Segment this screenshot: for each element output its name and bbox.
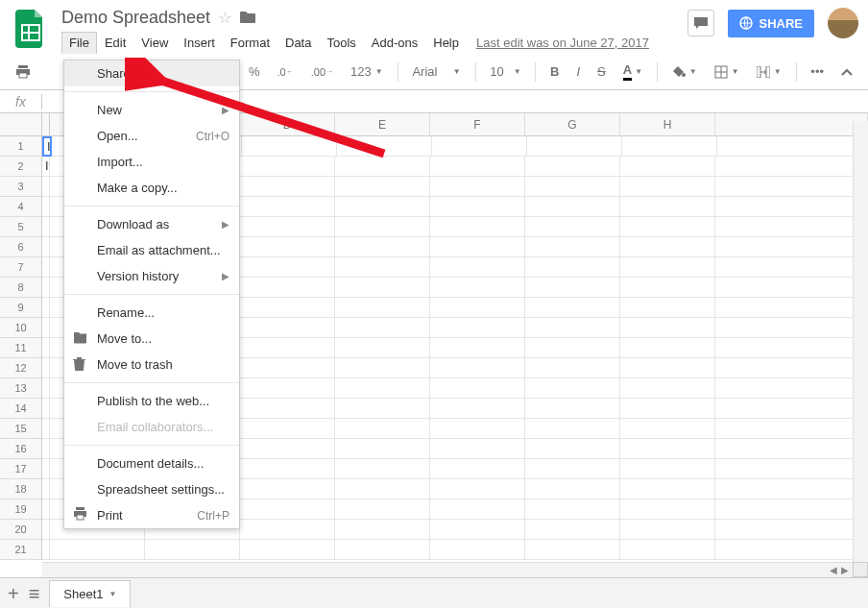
row-header[interactable]: 16 (0, 439, 42, 459)
cell[interactable] (50, 540, 145, 560)
row-header[interactable]: 17 (0, 459, 42, 479)
cell[interactable] (240, 197, 335, 217)
cell[interactable] (525, 237, 620, 257)
cell[interactable] (622, 136, 717, 157)
menu-make-copy[interactable]: Make a copy... (64, 175, 239, 201)
cell[interactable] (42, 338, 50, 358)
cell[interactable] (525, 358, 620, 378)
cell[interactable] (42, 499, 50, 520)
cell[interactable] (525, 157, 620, 177)
cell[interactable] (240, 378, 335, 399)
increase-decimal-button[interactable]: .00→ (305, 62, 339, 82)
merge-button[interactable]: ▼ (751, 62, 787, 82)
cell[interactable] (240, 278, 335, 298)
row-header[interactable]: 2 (0, 157, 42, 177)
cell[interactable] (715, 378, 868, 399)
col-header-f[interactable]: F (430, 113, 525, 135)
fill-color-button[interactable]: ▼ (666, 61, 703, 83)
menu-tools[interactable]: Tools (319, 32, 363, 54)
cell[interactable] (240, 459, 335, 479)
cell[interactable] (525, 419, 620, 439)
cell[interactable] (715, 520, 868, 540)
row-header[interactable]: 21 (0, 540, 42, 560)
cell[interactable] (335, 419, 430, 439)
cell[interactable] (715, 177, 868, 197)
cell[interactable] (240, 439, 335, 459)
font-size-select[interactable]: 10▼ (484, 61, 526, 83)
menu-publish[interactable]: Publish to the web... (64, 388, 239, 414)
cell[interactable] (240, 419, 335, 439)
cell[interactable] (620, 278, 715, 298)
cell[interactable] (525, 298, 620, 318)
cell[interactable] (240, 177, 335, 197)
cell[interactable] (335, 459, 430, 479)
decrease-decimal-button[interactable]: .0← (272, 62, 300, 82)
col-header-a[interactable] (42, 113, 50, 135)
cell[interactable] (335, 499, 430, 520)
cell[interactable] (620, 338, 715, 358)
cell[interactable] (620, 419, 715, 439)
cell[interactable] (240, 540, 335, 560)
menu-open[interactable]: Open...Ctrl+O (64, 123, 239, 149)
cell[interactable] (525, 499, 620, 520)
cell[interactable] (525, 217, 620, 237)
cell[interactable] (620, 479, 715, 499)
cell[interactable] (335, 177, 430, 197)
cell[interactable]: Ite (42, 157, 50, 177)
cell[interactable] (240, 338, 335, 358)
col-header-d[interactable]: D (240, 113, 335, 135)
cell[interactable] (240, 217, 335, 237)
cell[interactable] (715, 540, 868, 560)
cell[interactable] (525, 479, 620, 499)
cell[interactable] (240, 318, 335, 338)
explore-button[interactable] (853, 562, 868, 577)
cell[interactable] (42, 439, 50, 459)
cell[interactable] (335, 378, 430, 399)
cell[interactable] (42, 257, 50, 278)
menu-share[interactable]: Share... (64, 61, 239, 86)
menu-version-history[interactable]: Version history▶ (64, 263, 239, 289)
cell[interactable] (42, 479, 50, 499)
cell[interactable] (430, 499, 525, 520)
cell[interactable] (335, 540, 430, 560)
menu-document-details[interactable]: Document details... (64, 450, 239, 476)
print-icon[interactable] (10, 61, 36, 83)
cell[interactable] (430, 419, 525, 439)
cell[interactable] (715, 479, 868, 499)
cell[interactable] (430, 338, 525, 358)
cell[interactable] (240, 358, 335, 378)
cell[interactable] (715, 338, 868, 358)
cell[interactable] (42, 278, 50, 298)
cell[interactable] (335, 520, 430, 540)
row-header[interactable]: 12 (0, 358, 42, 378)
cell[interactable] (525, 520, 620, 540)
row-header[interactable]: 13 (0, 378, 42, 399)
cell[interactable] (430, 157, 525, 177)
vertical-scrollbar[interactable] (853, 121, 868, 562)
cell[interactable] (335, 298, 430, 318)
cell[interactable] (430, 439, 525, 459)
cell[interactable] (715, 419, 868, 439)
cell[interactable] (715, 197, 868, 217)
cell[interactable] (525, 177, 620, 197)
cell[interactable] (335, 338, 430, 358)
row-header[interactable]: 6 (0, 237, 42, 257)
cell[interactable] (240, 520, 335, 540)
cell[interactable] (42, 217, 50, 237)
all-sheets-button[interactable]: ≡ (29, 584, 40, 603)
menu-rename[interactable]: Rename... (64, 300, 239, 326)
cell[interactable] (430, 278, 525, 298)
scroll-left-icon[interactable]: ◀ (830, 565, 837, 575)
cell[interactable] (42, 237, 50, 257)
cell[interactable] (715, 499, 868, 520)
cell[interactable] (430, 318, 525, 338)
row-header[interactable]: 1 (0, 136, 42, 157)
cell[interactable] (42, 419, 50, 439)
collapse-toolbar-button[interactable] (835, 64, 858, 80)
col-header-g[interactable]: G (525, 113, 620, 135)
row-header[interactable]: 15 (0, 419, 42, 439)
cell[interactable] (145, 540, 240, 560)
menu-move-to[interactable]: Move to... (64, 326, 239, 352)
cell[interactable] (240, 298, 335, 318)
cell[interactable] (620, 157, 715, 177)
